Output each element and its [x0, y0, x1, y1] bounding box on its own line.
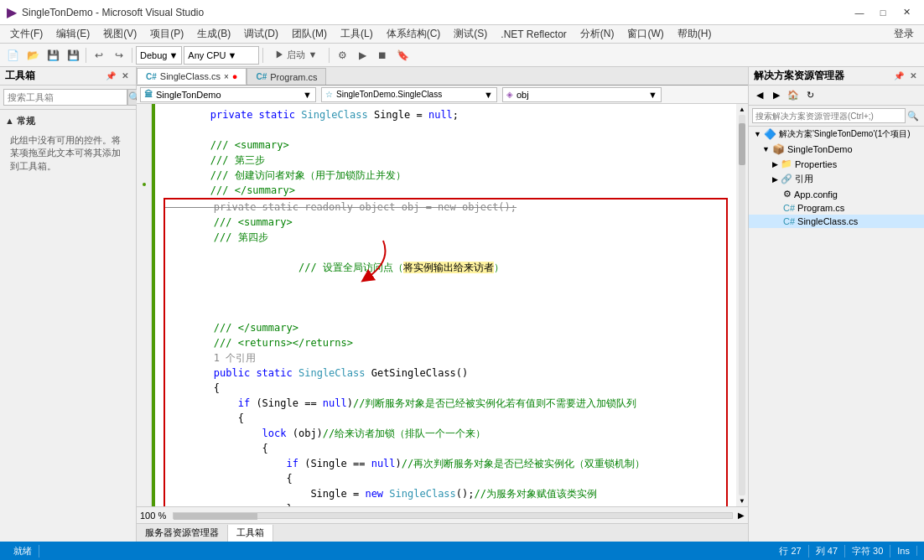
bottom-tab-bar: 服务器资源管理器 工具箱: [137, 523, 748, 542]
status-bar: 就绪 行 27 列 47 字符 30 Ins: [0, 542, 924, 560]
toolbox-section-header[interactable]: ▲ 常规: [5, 113, 131, 129]
section-label: ▲ 常规: [5, 115, 35, 127]
menu-arch[interactable]: 体系结构(C): [380, 25, 448, 43]
toolbox-search-input[interactable]: [3, 89, 127, 106]
folder-icon: 📁: [781, 158, 792, 169]
editor-area: C# SingleClass.cs × ● C# Program.cs 🏛 Si…: [137, 67, 748, 542]
sol-expand-icon: ▼: [754, 130, 761, 138]
menu-view[interactable]: 视图(V): [96, 25, 143, 43]
code-line: /// </summary>: [162, 183, 729, 198]
code-line: lock (obj)//给来访者加锁（排队一个一个来）: [165, 426, 726, 441]
menu-project[interactable]: 项目(P): [143, 25, 190, 43]
zoom-bar: 100 % ▶: [137, 506, 748, 523]
sol-search-btn[interactable]: 🔍: [906, 108, 921, 123]
sol-refresh-btn[interactable]: ↻: [802, 88, 818, 103]
minimize-btn[interactable]: —: [849, 4, 870, 21]
window-title: SingleTonDemo - Microsoft Visual Studio: [22, 7, 849, 18]
tab-toolbox[interactable]: 工具箱: [228, 525, 273, 542]
redo-btn[interactable]: ↪: [110, 46, 128, 65]
sol-search-area: 🔍: [749, 106, 924, 127]
menu-tools[interactable]: 工具(L): [334, 25, 380, 43]
tab-server-explorer[interactable]: 服务器资源管理器: [137, 525, 228, 542]
status-text: 就绪: [7, 545, 39, 557]
h-scroll-right-btn[interactable]: ▶: [738, 511, 745, 520]
debug-mode-dropdown[interactable]: Debug▼: [136, 46, 182, 65]
code-line: {: [165, 411, 726, 426]
maximize-btn[interactable]: □: [872, 4, 894, 21]
status-row: 行 27: [772, 545, 808, 557]
scroll-thumb[interactable]: [739, 123, 745, 165]
tab-singleclass[interactable]: C# SingleClass.cs × ●: [137, 68, 247, 85]
menu-reflector[interactable]: .NET Reflector: [494, 27, 573, 42]
tree-solution-root[interactable]: ▼ 🔷 解决方案'SingleTonDemo'(1个项目): [749, 127, 924, 142]
menu-test[interactable]: 测试(S): [447, 25, 494, 43]
menu-build[interactable]: 生成(B): [190, 25, 237, 43]
proj-icon: 📦: [772, 143, 785, 155]
code-line: private static SingleClass Single = null…: [162, 107, 729, 122]
scroll-down-btn[interactable]: ▼: [740, 497, 745, 505]
tree-item-references[interactable]: ▶ 🔗 引用: [749, 171, 924, 187]
sol-close-btn[interactable]: ✕: [907, 70, 919, 81]
code-line: {: [165, 471, 726, 486]
save-btn[interactable]: 💾: [44, 46, 62, 65]
tree-project[interactable]: ▼ 📦 SingleTonDemo: [749, 142, 924, 157]
start-btn[interactable]: ▶ 启动 ▼: [267, 46, 325, 65]
new-project-btn[interactable]: 📄: [3, 46, 22, 65]
login-btn[interactable]: 登录: [887, 25, 921, 43]
toolbar-btn-4[interactable]: 🔖: [393, 46, 412, 65]
h-scrollbar-thumb[interactable]: [174, 513, 257, 520]
member-dropdown[interactable]: ◈ obj ▼: [502, 87, 662, 102]
open-btn[interactable]: 📂: [23, 46, 42, 65]
status-char: 字符 30: [845, 545, 890, 557]
scroll-track[interactable]: [739, 115, 745, 495]
code-line: }: [165, 501, 726, 506]
namespace-dropdown[interactable]: 🏛 SingleTonDemo ▼: [140, 87, 316, 102]
class-dropdown[interactable]: ☆ SingleTonDemo.SingleClass ▼: [321, 87, 497, 102]
menu-window[interactable]: 窗口(W): [620, 25, 670, 43]
platform-dropdown[interactable]: Any CPU▼: [184, 46, 259, 65]
toolbox-close-btn[interactable]: ✕: [119, 70, 131, 81]
toolbox-title: 工具箱: [5, 69, 35, 83]
cs-icon-single: C#: [783, 216, 795, 226]
code-scroll-area[interactable]: private static SingleClass Single = null…: [155, 104, 736, 506]
breakpoint-indicator: [143, 183, 146, 186]
menu-team[interactable]: 团队(M): [285, 25, 334, 43]
menu-analyze[interactable]: 分析(N): [574, 25, 621, 43]
sep2: [132, 48, 132, 63]
ref-icon: 🔗: [781, 174, 792, 184]
code-line: public static SingleClass GetSingleClass…: [165, 366, 726, 381]
sol-home-btn[interactable]: 🏠: [786, 88, 801, 103]
sol-fwd-btn[interactable]: ▶: [769, 88, 784, 103]
menu-file[interactable]: 文件(F): [3, 25, 49, 43]
tree-item-properties[interactable]: ▶ 📁 Properties: [749, 157, 924, 171]
tree-item-appconfig[interactable]: ⚙ App.config: [749, 187, 924, 201]
pin-btn[interactable]: 📌: [103, 70, 118, 81]
sol-pin-btn[interactable]: 📌: [891, 70, 906, 81]
sol-back-btn[interactable]: ◀: [752, 88, 767, 103]
code-line: /// 第四步: [165, 230, 726, 245]
config-icon: ⚙: [783, 189, 792, 200]
toolbar-btn-3[interactable]: ⏹: [373, 46, 392, 65]
close-btn[interactable]: ✕: [895, 4, 917, 21]
code-line: /// <summary>: [165, 215, 726, 230]
cs-icon-program: C#: [783, 203, 795, 213]
h-scrollbar-track[interactable]: [173, 512, 733, 519]
tree-item-program[interactable]: C# Program.cs: [749, 201, 924, 215]
toolbar: 📄 📂 💾 💾 ↩ ↪ Debug▼ Any CPU▼ ▶ 启动 ▼ ⚙ ▶ ⏹…: [0, 44, 924, 67]
red-border-section: private static readonly object obj = new…: [164, 198, 728, 506]
vertical-scrollbar[interactable]: ▲ ▼: [736, 104, 748, 506]
undo-btn[interactable]: ↩: [90, 46, 108, 65]
menu-debug[interactable]: 调试(D): [237, 25, 285, 43]
toolbox-panel: 工具箱 📌 ✕ 🔍 ▲ 常规 此组中没有可用的控件。将某项拖至此文本可将其添加到…: [0, 67, 137, 542]
toolbox-search-area: 🔍: [0, 86, 136, 110]
sol-search-input[interactable]: [752, 108, 906, 123]
tree-item-singleclass[interactable]: C# SingleClass.cs: [749, 215, 924, 228]
save-all-btn[interactable]: 💾: [64, 46, 82, 65]
scroll-up-btn[interactable]: ▲: [740, 106, 745, 113]
menu-edit[interactable]: 编辑(E): [49, 25, 96, 43]
code-line: {: [165, 381, 726, 396]
toolbar-btn-2[interactable]: ▶: [353, 46, 371, 65]
toolbar-btn-1[interactable]: ⚙: [333, 46, 351, 65]
menu-help[interactable]: 帮助(H): [671, 25, 719, 43]
tab-program[interactable]: C# Program.cs: [247, 68, 326, 85]
